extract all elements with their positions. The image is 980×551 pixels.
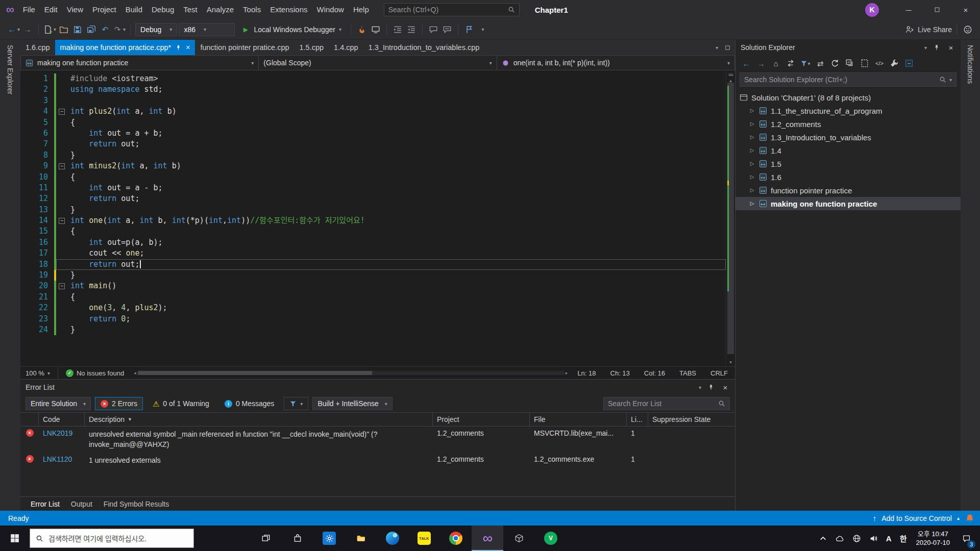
scroll-left-icon[interactable]: ◂ — [134, 370, 136, 375]
project-item-1-6[interactable]: ▷++1.6 — [736, 170, 961, 184]
uncomment-button[interactable] — [441, 22, 453, 37]
scope-filter-dropdown[interactable]: Entire Solution▾ — [26, 397, 91, 410]
taskbar-app-microsoft-store[interactable] — [282, 525, 313, 551]
zoom-dropdown[interactable]: 100 % ▾ — [26, 369, 50, 377]
code-text[interactable]: return 0; — [67, 314, 130, 324]
taskbar-app-visual-studio[interactable]: ∞ — [472, 525, 503, 551]
close-tab-icon[interactable]: × — [186, 44, 190, 51]
properties-button[interactable] — [888, 57, 901, 69]
comment-button[interactable] — [427, 22, 439, 37]
preview-window-button[interactable] — [370, 22, 382, 37]
taskbar-clock[interactable]: 오후 10:47 2020-07-10 — [911, 530, 955, 547]
code-text[interactable]: } — [67, 270, 75, 281]
taskbar-app-chrome[interactable] — [440, 525, 472, 551]
document-tab-1-6-cpp[interactable]: 1.6.cpp — [20, 40, 55, 55]
close-button[interactable]: × — [951, 0, 980, 19]
platform-dropdown[interactable]: x86▾ — [179, 23, 235, 36]
line-ending-indicator[interactable]: CRLF — [710, 369, 728, 377]
code-text[interactable]: } — [67, 205, 75, 215]
code-line-13[interactable]: 13} — [20, 205, 726, 215]
expander-icon[interactable]: ▷ — [749, 174, 755, 180]
project-item-making-one-function-practice[interactable]: ▷++making one function practice — [736, 197, 961, 210]
expander-icon[interactable]: ▷ — [749, 108, 755, 113]
code-text[interactable]: } — [67, 150, 75, 161]
column-indicator[interactable]: Col: 16 — [644, 369, 665, 377]
code-text[interactable]: int main() — [67, 281, 116, 291]
redo-button[interactable]: ↷▾ — [113, 22, 126, 37]
column-file[interactable]: File — [530, 413, 627, 426]
toolbar-overflow-button[interactable]: ▾ — [477, 22, 489, 37]
project-item-1-3-introduction-to-variables[interactable]: ▷++1.3_Introduction_to_variables — [736, 131, 961, 144]
horizontal-scrollbar[interactable]: ◂ ▸ — [134, 370, 568, 375]
taskbar-app-file-explorer[interactable] — [345, 525, 377, 551]
source-filter-dropdown[interactable]: Build + IntelliSense▾ — [312, 397, 393, 410]
code-line-16[interactable]: 16 int out=p(a, b); — [20, 237, 726, 248]
pin-tab-icon[interactable] — [175, 44, 182, 51]
expander-icon[interactable]: ▷ — [749, 161, 755, 166]
configuration-dropdown[interactable]: Debug▾ — [135, 23, 177, 36]
splitter-grip-icon[interactable] — [727, 71, 734, 78]
expander-icon[interactable]: ▷ — [749, 135, 755, 140]
menu-edit[interactable]: Edit — [40, 0, 62, 19]
menu-project[interactable]: Project — [88, 0, 121, 19]
error-list-search[interactable]: Search Error List — [603, 397, 730, 410]
taskbar-app-task-view[interactable] — [250, 525, 282, 551]
new-project-button[interactable]: ▾ — [43, 22, 56, 37]
code-text[interactable]: return out; — [67, 193, 139, 204]
code-line-7[interactable]: 7 return out; — [20, 139, 726, 149]
code-line-22[interactable]: 22 one(3, 4, plus2); — [20, 303, 726, 313]
messages-filter-button[interactable]: i 0 Messages — [219, 397, 280, 410]
code-line-2[interactable]: 2using namespace std; — [20, 84, 726, 95]
code-text[interactable]: int out=p(a, b); — [67, 237, 163, 248]
error-row-lnk1120[interactable]: ×LNK11201 unresolved externals1.2_commen… — [20, 453, 735, 468]
menu-extensions[interactable]: Extensions — [265, 0, 312, 19]
window-menu-chevron-icon[interactable]: ▾ — [699, 385, 701, 390]
fold-toggle-icon[interactable]: − — [59, 109, 65, 115]
document-tab-making-one-function-practice-cpp[interactable]: making one function practice.cpp*× — [55, 40, 195, 55]
code-area[interactable]: 1#include <iostream>2using namespace std… — [20, 70, 726, 366]
undo-button[interactable]: ↶ — [99, 22, 111, 37]
maximize-button[interactable] — [923, 0, 951, 19]
error-code-link[interactable]: LNK2019 — [39, 429, 85, 437]
code-line-17[interactable]: 17 cout << one; — [20, 248, 726, 259]
project-item-function-pointer-practice[interactable]: ▷++function pointer practice — [736, 184, 961, 197]
columns-filter-button[interactable]: ▾ — [284, 397, 308, 410]
scope-dropdown[interactable]: (Global Scope) ▾ — [259, 56, 497, 70]
taskbar-app-viewer-3d[interactable] — [503, 525, 535, 551]
expander-icon[interactable]: ▷ — [749, 188, 755, 193]
code-line-10[interactable]: 10{ — [20, 172, 726, 183]
sync-with-active-document-button[interactable]: ⇄ — [814, 57, 827, 69]
panel-tab-find-symbol-results[interactable]: Find Symbol Results — [99, 500, 174, 508]
expander-icon[interactable]: ▷ — [749, 201, 755, 206]
solution-root-item[interactable]: Solution 'Chapter1' (8 of 8 projects) — [736, 91, 961, 104]
code-text[interactable]: } — [67, 324, 75, 335]
menu-analyze[interactable]: Analyze — [202, 0, 238, 19]
menu-debug[interactable]: Debug — [147, 0, 179, 19]
document-tab-1-3-introduction-to-variables-cpp[interactable]: 1.3_Introduction_to_variables.cpp — [363, 40, 485, 55]
code-text[interactable]: int out = a + b; — [67, 128, 163, 139]
project-item-1-1-the-structure-of-a-program[interactable]: ▷++1.1_the_structure_of_a_program — [736, 104, 961, 117]
code-line-14[interactable]: 14−int one(int a, int b, int(*p)(int,int… — [20, 215, 726, 226]
switch-views-button[interactable] — [784, 57, 797, 69]
code-text[interactable]: return out; — [67, 139, 139, 149]
solution-explorer-search[interactable]: Search Solution Explorer (Ctrl+;) ▾ — [740, 72, 957, 87]
hot-reload-button[interactable] — [356, 22, 368, 37]
menu-build[interactable]: Build — [121, 0, 147, 19]
code-line-1[interactable]: 1#include <iostream> — [20, 73, 726, 84]
code-line-8[interactable]: 8} — [20, 150, 726, 161]
network-tray-icon[interactable] — [848, 525, 865, 551]
start-debugging-button[interactable]: ▶ Local Windows Debugger ▾ — [236, 25, 346, 34]
vertical-scrollbar[interactable]: ▴ ▾ — [726, 70, 735, 366]
notification-bell-icon[interactable] — [965, 513, 975, 523]
column-code[interactable]: Code — [39, 413, 85, 426]
column-line[interactable]: Li... — [627, 413, 648, 426]
search-options-chevron-icon[interactable]: ▾ — [949, 77, 952, 83]
code-text[interactable]: return out; — [67, 259, 141, 270]
code-line-9[interactable]: 9−int minus2(int a, int b) — [20, 161, 726, 171]
pending-changes-filter-button[interactable]: ▾ — [799, 57, 812, 69]
code-text[interactable]: { — [67, 117, 75, 128]
code-line-19[interactable]: 19} — [20, 270, 726, 281]
code-text[interactable]: { — [67, 226, 75, 237]
hscroll-thumb[interactable] — [138, 371, 372, 375]
code-text[interactable]: int minus2(int a, int b) — [67, 161, 181, 171]
